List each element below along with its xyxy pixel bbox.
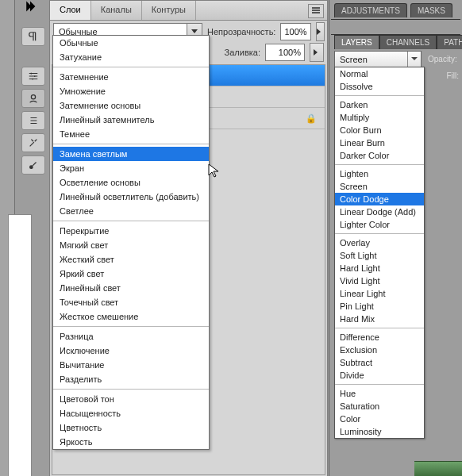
- document-edge: [8, 214, 32, 476]
- dropdown-item[interactable]: Hard Mix: [335, 313, 424, 325]
- dropdown-item[interactable]: Яркий свет: [53, 267, 209, 281]
- tab-layers-en[interactable]: LAYERS: [334, 35, 379, 49]
- tool-column: [19, 0, 48, 476]
- dropdown-item[interactable]: Насыщенность: [53, 406, 209, 420]
- dropdown-item[interactable]: Вычитание: [53, 358, 209, 372]
- dropdown-item[interactable]: Pin Light: [335, 300, 424, 313]
- dropdown-item[interactable]: Hue: [335, 387, 424, 400]
- panel-menu-icon[interactable]: [308, 4, 324, 18]
- dropdown-separator: [53, 67, 209, 67]
- dropdown-item[interactable]: Цветовой тон: [53, 392, 209, 406]
- dropdown-item[interactable]: Линейный затемнитель: [53, 113, 209, 127]
- list-icon[interactable]: [21, 111, 45, 130]
- dropdown-item[interactable]: Overlay: [335, 236, 424, 249]
- tab-channels[interactable]: Каналы: [91, 1, 142, 20]
- dropdown-item[interactable]: Linear Burn: [335, 136, 424, 149]
- dropdown-item[interactable]: Soft Light: [335, 249, 424, 262]
- dropdown-item[interactable]: Экран: [53, 161, 209, 175]
- tab-masks[interactable]: MASKS: [410, 3, 452, 17]
- blend-mode-value-en: Screen: [335, 55, 372, 64]
- dropdown-item[interactable]: Color: [335, 413, 424, 425]
- dropdown-item[interactable]: Linear Light: [335, 287, 424, 300]
- brush-preset-icon[interactable]: [21, 155, 45, 175]
- opacity-input[interactable]: 100%: [280, 23, 310, 40]
- tab-layers[interactable]: Слои: [50, 1, 91, 20]
- fill-label-en: Fill:: [446, 71, 459, 80]
- dropdown-item[interactable]: Осветление основы: [53, 175, 209, 190]
- dropdown-item[interactable]: Darker Color: [335, 149, 424, 162]
- opacity-label-en: Opacity:: [428, 55, 457, 63]
- dropdown-item[interactable]: Linear Dodge (Add): [335, 205, 424, 218]
- dropdown-item[interactable]: Hard Light: [335, 262, 424, 274]
- tab-adjustments[interactable]: ADJUSTMENTS: [334, 3, 407, 17]
- dropdown-item[interactable]: Normal: [335, 67, 424, 80]
- dropdown-separator: [53, 326, 209, 327]
- dropdown-item[interactable]: Saturation: [335, 400, 424, 413]
- dropdown-item[interactable]: Затемнение: [53, 70, 209, 84]
- opacity-label: Непрозрачность:: [207, 27, 275, 36]
- dropdown-separator: [53, 389, 209, 390]
- dropdown-item[interactable]: Замена светлым: [53, 147, 209, 161]
- dropdown-separator: [53, 221, 209, 221]
- dropdown-item[interactable]: Точечный свет: [53, 295, 209, 309]
- node-icon[interactable]: [21, 89, 45, 108]
- dropdown-separator: [335, 95, 424, 96]
- dropdown-item[interactable]: Difference: [335, 331, 424, 344]
- sliders-icon[interactable]: [21, 67, 45, 86]
- dropdown-separator: [335, 328, 424, 328]
- fill-flyout-icon[interactable]: [310, 43, 324, 62]
- svg-point-0: [31, 95, 35, 99]
- fill-label: Заливка:: [225, 48, 260, 57]
- fill-input[interactable]: 100%: [265, 44, 305, 61]
- blend-mode-dropdown[interactable]: ОбычныеЗатуханиеЗатемнениеУмножениеЗатем…: [52, 35, 210, 450]
- dropdown-item[interactable]: Divide: [335, 369, 424, 382]
- dropdown-item[interactable]: Multiply: [335, 111, 424, 124]
- dropdown-item[interactable]: Мягкий свет: [53, 238, 209, 252]
- dropdown-item[interactable]: Исключение: [53, 344, 209, 358]
- panel-tabs-en: LAYERS CHANNELS PATHS: [334, 35, 462, 49]
- dropdown-item[interactable]: Линейный осветлитель (добавить): [53, 190, 209, 204]
- layers-panel-en: ADJUSTMENTS MASKS LAYERS CHANNELS PATHS …: [329, 0, 462, 476]
- top-tabs: ADJUSTMENTS MASKS: [334, 3, 452, 17]
- blend-mode-dropdown-en[interactable]: NormalDissolveDarkenMultiplyColor BurnLi…: [334, 67, 425, 439]
- dropdown-item[interactable]: Screen: [335, 180, 424, 193]
- dropdown-item[interactable]: Vivid Light: [335, 274, 424, 287]
- dropdown-item[interactable]: Перекрытие: [53, 224, 209, 238]
- dropdown-item[interactable]: Затемнение основы: [53, 98, 209, 113]
- dropdown-item[interactable]: Dissolve: [335, 80, 424, 93]
- svg-point-1: [30, 166, 33, 169]
- tools-icon[interactable]: [21, 133, 45, 152]
- dropdown-item[interactable]: Обычные: [53, 36, 209, 50]
- dropdown-item[interactable]: Затухание: [53, 50, 209, 64]
- dropdown-item[interactable]: Умножение: [53, 84, 209, 98]
- dropdown-separator: [335, 233, 424, 234]
- dropdown-item[interactable]: Color Dodge: [335, 193, 424, 205]
- dropdown-item[interactable]: Lighten: [335, 167, 424, 180]
- blend-mode-select-en[interactable]: Screen: [334, 51, 422, 67]
- dropdown-item[interactable]: Светлее: [53, 204, 209, 218]
- dropdown-item[interactable]: Darken: [335, 98, 424, 111]
- dropdown-item[interactable]: Линейный свет: [53, 281, 209, 295]
- tab-channels-en[interactable]: CHANNELS: [379, 35, 437, 49]
- dropdown-item[interactable]: Subtract: [335, 356, 424, 369]
- dropdown-item[interactable]: Разделить: [53, 372, 209, 386]
- dropdown-item[interactable]: Exclusion: [335, 344, 424, 356]
- dropdown-item[interactable]: Жесткий свет: [53, 252, 209, 267]
- tab-paths-en[interactable]: PATHS: [437, 35, 462, 49]
- dropdown-item[interactable]: Темнее: [53, 127, 209, 141]
- chevron-down-icon: [407, 52, 421, 67]
- paragraph-icon[interactable]: [21, 27, 45, 46]
- dropdown-item[interactable]: Яркость: [53, 435, 209, 449]
- tab-paths[interactable]: Контуры: [142, 1, 196, 20]
- dropdown-item[interactable]: Разница: [53, 329, 209, 344]
- dropdown-item[interactable]: Жесткое смешение: [53, 309, 209, 324]
- dropdown-separator: [335, 164, 424, 165]
- lock-icon: 🔒: [306, 113, 317, 124]
- collapse-icon[interactable]: [24, 0, 37, 13]
- cursor-icon: [208, 163, 221, 179]
- dropdown-item[interactable]: Цветность: [53, 420, 209, 435]
- dropdown-item[interactable]: Color Burn: [335, 124, 424, 136]
- opacity-flyout-icon[interactable]: [316, 22, 325, 41]
- dropdown-item[interactable]: Luminosity: [335, 425, 424, 438]
- dropdown-item[interactable]: Lighter Color: [335, 218, 424, 231]
